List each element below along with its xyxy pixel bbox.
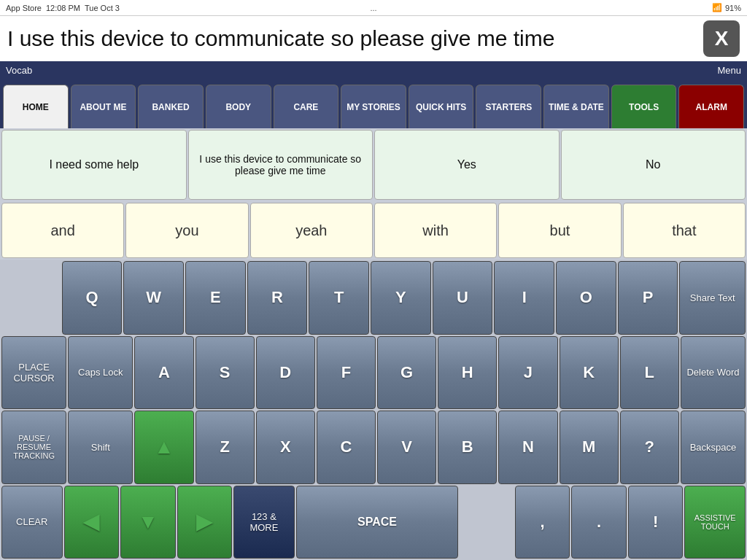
key-D[interactable]: D <box>256 336 315 410</box>
phrase-help[interactable]: I need some help <box>1 130 187 200</box>
key-shift[interactable]: Shift <box>68 411 133 484</box>
key-M[interactable]: M <box>560 411 619 484</box>
menu-label: Menu <box>717 65 741 76</box>
phrase-device[interactable]: I use this device to communicate so plea… <box>188 130 374 200</box>
main-content: I need some help I use this device to co… <box>0 128 747 560</box>
key-exclaim[interactable]: ! <box>628 486 684 559</box>
phrase-yes[interactable]: Yes <box>374 130 560 200</box>
word-row: and you yeah with but that <box>0 201 747 260</box>
time-label: 12:08 PM <box>46 4 80 12</box>
tab-about-me[interactable]: ABOUT ME <box>71 85 136 128</box>
key-K[interactable]: K <box>560 336 619 410</box>
wifi-icon: 📶 <box>712 3 722 12</box>
word-you[interactable]: you <box>125 203 248 258</box>
key-A[interactable]: A <box>134 336 193 410</box>
word-with[interactable]: with <box>374 203 497 258</box>
key-S[interactable]: S <box>196 336 255 410</box>
key-backspace[interactable]: Backspace <box>681 411 746 484</box>
key-comma[interactable]: , <box>515 486 570 559</box>
key-E[interactable]: E <box>185 261 246 335</box>
key-share-text[interactable]: Share Text <box>679 261 746 335</box>
key-X[interactable]: X <box>256 411 315 484</box>
quick-phrases-row: I need some help I use this device to co… <box>0 128 747 201</box>
tab-tools[interactable]: TOOLS <box>611 85 677 128</box>
key-delete-word[interactable]: Delete Word <box>681 336 746 410</box>
key-J[interactable]: J <box>498 336 557 410</box>
tab-starters[interactable]: STARTERS <box>476 85 541 128</box>
key-Q[interactable]: Q <box>62 261 123 335</box>
tab-quick-hits[interactable]: QUICK HITS <box>409 85 474 128</box>
key-Y[interactable]: Y <box>371 261 431 335</box>
key-O[interactable]: O <box>556 261 616 335</box>
key-place-cursor[interactable]: PLACE CURSOR <box>1 336 66 410</box>
tab-alarm[interactable]: ALARM <box>678 85 744 128</box>
key-arrow-right[interactable]: ▶ <box>177 486 233 559</box>
word-yeah[interactable]: yeah <box>250 203 373 258</box>
key-I[interactable]: I <box>494 261 554 335</box>
tab-my-stories[interactable]: MY STORIES <box>341 85 406 128</box>
key-caps-lock[interactable]: Caps Lock <box>68 336 133 410</box>
key-L[interactable]: L <box>620 336 679 410</box>
nav-tabs: HOME ABOUT ME BANKED BODY CARE MY STORIE… <box>0 79 747 128</box>
close-button[interactable]: X <box>703 20 740 57</box>
key-pause-resume[interactable]: PAUSE / RESUME TRACKING <box>1 411 66 484</box>
key-empty-bottom <box>460 486 514 559</box>
key-assistive-touch[interactable]: ASSISTIVE TOUCH <box>684 486 746 559</box>
key-W[interactable]: W <box>123 261 184 335</box>
word-and[interactable]: and <box>1 203 124 258</box>
battery-label: 91% <box>725 4 741 12</box>
key-N[interactable]: N <box>498 411 557 484</box>
phrase-no[interactable]: No <box>561 130 746 200</box>
key-empty-1 <box>1 261 61 335</box>
date-label: Tue Oct 3 <box>85 4 120 12</box>
key-arrow-up[interactable]: ▲ <box>134 411 193 484</box>
key-R[interactable]: R <box>247 261 308 335</box>
tab-body[interactable]: BODY <box>206 85 271 128</box>
key-C[interactable]: C <box>317 411 376 484</box>
keyboard-row-4: CLEAR ◀ ▼ ▶ 123 & MORE SPACE , . ! ASSIS… <box>1 486 746 559</box>
vocab-bar: Vocab Menu <box>0 61 747 79</box>
key-period[interactable]: . <box>571 486 627 559</box>
key-clear[interactable]: CLEAR <box>1 486 63 559</box>
key-U[interactable]: U <box>433 261 493 335</box>
message-bar: I use this device to communicate so plea… <box>0 16 747 61</box>
dots-label: ... <box>370 4 376 12</box>
key-123-more[interactable]: 123 & MORE <box>233 486 295 559</box>
tab-home[interactable]: HOME <box>3 85 69 128</box>
key-G[interactable]: G <box>377 336 436 410</box>
key-T[interactable]: T <box>309 261 369 335</box>
message-text: I use this device to communicate so plea… <box>7 26 703 51</box>
keyboard-row-2: PLACE CURSOR Caps Lock A S D F G H J K L… <box>1 336 746 410</box>
key-F[interactable]: F <box>317 336 376 410</box>
key-H[interactable]: H <box>438 336 497 410</box>
keyboard-row-1: Q W E R T Y U I O P Share Text <box>1 261 746 335</box>
keyboard-row-3: PAUSE / RESUME TRACKING Shift ▲ Z X C V … <box>1 411 746 484</box>
keyboard-area: Q W E R T Y U I O P Share Text PLACE CUR… <box>0 260 747 560</box>
key-arrow-left[interactable]: ◀ <box>64 486 120 559</box>
key-V[interactable]: V <box>377 411 436 484</box>
status-bar: App Store 12:08 PM Tue Oct 3 ... 📶 91% <box>0 0 747 16</box>
key-space[interactable]: SPACE <box>296 486 459 559</box>
key-B[interactable]: B <box>438 411 497 484</box>
tab-banked[interactable]: BANKED <box>138 85 204 128</box>
close-icon: X <box>715 27 729 50</box>
key-P[interactable]: P <box>618 261 678 335</box>
store-label: App Store <box>6 4 42 12</box>
word-that[interactable]: that <box>623 203 746 258</box>
key-question[interactable]: ? <box>620 411 679 484</box>
tab-care[interactable]: CARE <box>274 85 339 128</box>
key-arrow-down[interactable]: ▼ <box>120 486 176 559</box>
key-Z[interactable]: Z <box>196 411 255 484</box>
word-but[interactable]: but <box>498 203 621 258</box>
vocab-label: Vocab <box>6 65 32 76</box>
tab-time-date[interactable]: TIME & DATE <box>543 85 609 128</box>
